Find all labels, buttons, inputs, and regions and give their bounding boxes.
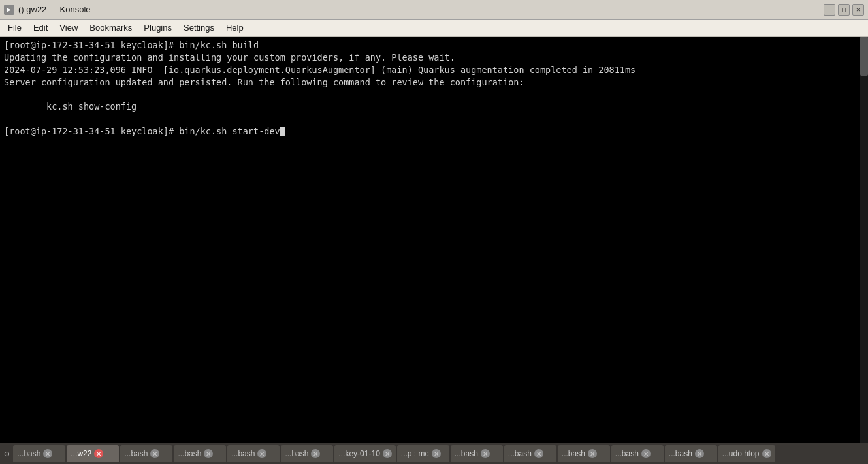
tab-3[interactable]: ...bash✕: [174, 445, 226, 462]
tab-close-button[interactable]: ✕: [94, 449, 103, 458]
tab-5[interactable]: ...bash✕: [281, 445, 333, 462]
minimize-button[interactable]: —: [824, 4, 835, 16]
tab-4[interactable]: ...bash✕: [227, 445, 280, 462]
tab-close-button[interactable]: ✕: [762, 449, 771, 458]
tab-close-button[interactable]: ✕: [204, 449, 213, 458]
menubar: FileEditViewBookmarksPluginsSettingsHelp: [0, 20, 868, 37]
tab-label: ...w22: [71, 449, 91, 458]
tab-close-button[interactable]: ✕: [311, 449, 320, 458]
close-button[interactable]: ✕: [852, 4, 864, 16]
tab-close-button[interactable]: ✕: [43, 449, 52, 458]
menu-item-view[interactable]: View: [54, 22, 83, 34]
tab-label: ...bash: [615, 449, 639, 458]
scrollbar-track[interactable]: [860, 37, 868, 443]
scrollbar-thumb[interactable]: [860, 37, 868, 76]
menu-item-bookmarks[interactable]: Bookmarks: [84, 22, 137, 34]
tab-close-button[interactable]: ✕: [150, 449, 159, 458]
tab-close-button[interactable]: ✕: [641, 449, 651, 458]
tab-label: ...bash: [124, 449, 148, 458]
tab-6[interactable]: ...key-01-10✕: [334, 445, 395, 462]
tab-8[interactable]: ...bash✕: [451, 445, 503, 462]
terminal-cursor: [280, 127, 285, 136]
titlebar: ▶ () gw22 — Konsole — □ ✕: [0, 0, 868, 20]
terminal-output: [root@ip-172-31-34-51 keycloak]# bin/kc.…: [4, 39, 864, 138]
app-icon: ▶: [4, 5, 14, 15]
tab-0[interactable]: ...bash✕: [13, 445, 65, 462]
tab-label: ...bash: [17, 449, 40, 458]
tab-13[interactable]: ...udo htop✕: [718, 445, 775, 462]
tabbar: ⊕ ...bash✕...w22✕...bash✕...bash✕...bash…: [0, 443, 868, 464]
tab-label: ...key-01-10: [338, 449, 379, 458]
window-controls: — □ ✕: [824, 4, 864, 16]
tab-close-button[interactable]: ✕: [481, 449, 490, 458]
titlebar-left: ▶ () gw22 — Konsole: [4, 5, 91, 15]
tab-label: ...bash: [562, 449, 585, 458]
tab-close-button[interactable]: ✕: [534, 449, 543, 458]
tab-2[interactable]: ...bash✕: [120, 445, 172, 462]
menu-item-plugins[interactable]: Plugins: [138, 22, 177, 34]
tab-label: ...p : mc: [401, 449, 429, 458]
tab-label: ...udo htop: [722, 449, 760, 458]
tab-close-button[interactable]: ✕: [257, 449, 266, 458]
tab-label: ...bash: [669, 449, 692, 458]
tabbar-session-icon[interactable]: ⊕: [1, 447, 12, 460]
tab-9[interactable]: ...bash✕: [504, 445, 556, 462]
tab-label: ...bash: [455, 449, 478, 458]
maximize-button[interactable]: □: [838, 4, 850, 16]
tab-1[interactable]: ...w22✕: [67, 445, 119, 462]
tab-label: ...bash: [285, 449, 308, 458]
tab-label: ...bash: [231, 449, 255, 458]
tab-7[interactable]: ...p : mc✕: [397, 445, 449, 462]
menu-item-file[interactable]: File: [3, 22, 27, 34]
terminal-area[interactable]: [root@ip-172-31-34-51 keycloak]# bin/kc.…: [0, 37, 868, 443]
menu-item-edit[interactable]: Edit: [28, 22, 53, 34]
tab-11[interactable]: ...bash✕: [611, 445, 664, 462]
tab-close-button[interactable]: ✕: [695, 449, 704, 458]
tab-label: ...bash: [508, 449, 532, 458]
tab-12[interactable]: ...bash✕: [665, 445, 717, 462]
tab-close-button[interactable]: ✕: [588, 449, 597, 458]
tab-close-button[interactable]: ✕: [383, 449, 392, 458]
window-title: () gw22 — Konsole: [18, 5, 91, 14]
menu-item-help[interactable]: Help: [221, 22, 249, 34]
tab-label: ...bash: [178, 449, 201, 458]
tab-10[interactable]: ...bash✕: [558, 445, 610, 462]
menu-item-settings[interactable]: Settings: [178, 22, 219, 34]
tab-close-button[interactable]: ✕: [432, 449, 441, 458]
